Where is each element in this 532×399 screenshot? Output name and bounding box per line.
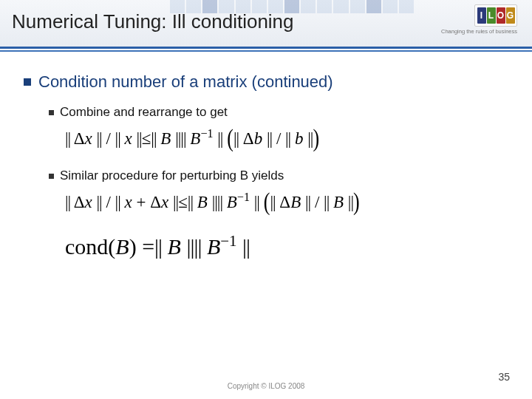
subpoint-1: Combine and rearrange to get: [49, 105, 508, 120]
logo-letter-i: I: [477, 7, 486, 24]
copyright-footer: Copyright © ILOG 2008: [0, 382, 532, 390]
slide-body: Condition number of a matrix (continued)…: [0, 52, 532, 259]
square-bullet-icon: [49, 174, 54, 179]
subpoint-2: Similar procedure for perturbing B yield…: [49, 168, 508, 183]
square-bullet-icon: [49, 110, 54, 115]
square-bullet-icon: [24, 78, 31, 86]
logo-tagline: Changing the rules of business: [441, 28, 517, 35]
logo-letter-l: L: [487, 7, 496, 24]
page-number: 35: [498, 371, 510, 383]
subpoint-1-text: Combine and rearrange to get: [60, 105, 228, 120]
section-heading: Condition number of a matrix (continued): [24, 72, 508, 92]
logo-letter-o: O: [497, 7, 505, 24]
equation-2: || Δx || / || x + Δx ||≤|| B |||| B−1 ||…: [65, 191, 508, 213]
logo-area: I L O G Changing the rules of business: [441, 4, 517, 35]
subpoint-2-text: Similar procedure for perturbing B yield…: [60, 168, 284, 183]
equation-3: cond(B) =|| B |||| B−1 ||: [65, 232, 508, 259]
slide-title: Numerical Tuning: Ill conditioning: [12, 10, 294, 33]
section-heading-text: Condition number of a matrix (continued): [38, 72, 333, 92]
logo-letter-g: G: [506, 7, 515, 24]
slide-header: Numerical Tuning: Ill conditioning I L O…: [0, 0, 532, 49]
equation-1: || Δx || / || x ||≤|| B |||| B−1 || (|| …: [65, 127, 508, 149]
ilog-logo: I L O G: [474, 4, 517, 27]
